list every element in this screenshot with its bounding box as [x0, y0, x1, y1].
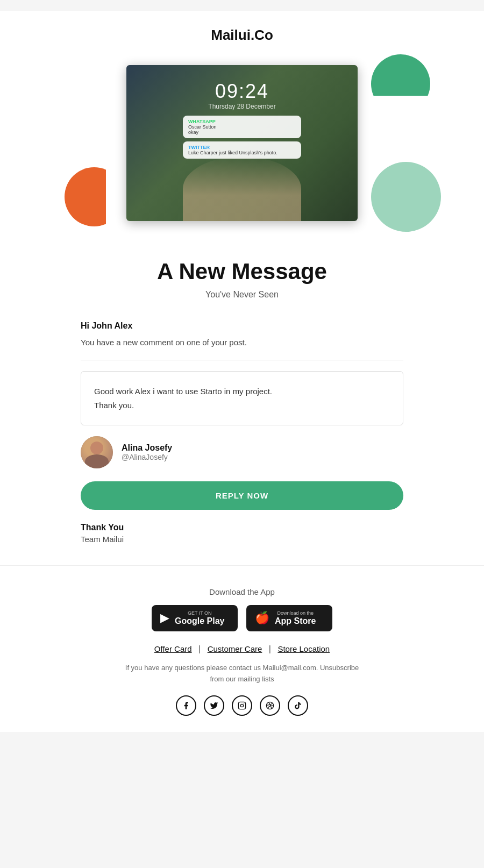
phone-date: Thursday 28 December — [208, 103, 275, 110]
app-badges: ▶ GET IT ON Google Play 🍎 Download on th… — [54, 605, 430, 631]
facebook-icon[interactable] — [176, 695, 196, 716]
author-row: Alina Josefy @AlinaJosefy — [81, 436, 403, 468]
google-play-icon: ▶ — [160, 611, 169, 625]
team-name: Team Mailui — [81, 535, 403, 544]
separator1: | — [198, 644, 203, 653]
author-handle: @AlinaJosefy — [122, 453, 172, 461]
twitter-icon[interactable] — [204, 695, 224, 716]
svg-point-1 — [240, 705, 243, 707]
comment-line2: Thank you. — [94, 399, 390, 412]
hero-section: 09:24 Thursday 28 December WHATSAPP Osca… — [0, 49, 484, 237]
phone-screen: 09:24 Thursday 28 December WHATSAPP Osca… — [126, 65, 358, 221]
orange-circle — [65, 167, 124, 226]
author-avatar — [81, 436, 113, 468]
app-store-text: Download on the App Store — [275, 610, 316, 626]
whatsapp-notification: WHATSAPP Oscar Sutton okay — [183, 116, 301, 138]
app-store-line2: App Store — [275, 616, 316, 626]
phone-hand — [183, 156, 301, 221]
svg-point-2 — [244, 703, 244, 704]
divider — [81, 360, 403, 360]
google-play-badge[interactable]: ▶ GET IT ON Google Play — [152, 605, 238, 631]
sign-off: Thank You — [81, 523, 403, 532]
comment-line1: Good work Alex i want to use Starto in m… — [94, 385, 390, 399]
apple-icon: 🍎 — [255, 611, 269, 625]
notif-app-whatsapp: WHATSAPP — [188, 119, 296, 124]
google-play-line2: Google Play — [175, 616, 224, 626]
author-info: Alina Josefy @AlinaJosefy — [122, 443, 172, 461]
separator2: | — [269, 644, 274, 653]
header: Mailui.Co — [0, 11, 484, 49]
email-headline: A New Message — [81, 259, 403, 284]
app-store-line1: Download on the — [275, 610, 316, 616]
store-location-link[interactable]: Store Location — [277, 644, 330, 653]
app-store-badge[interactable]: 🍎 Download on the App Store — [246, 605, 332, 631]
customer-care-link[interactable]: Customer Care — [208, 644, 262, 653]
google-play-text: GET IT ON Google Play — [175, 610, 224, 626]
greeting-text: Hi John Alex — [81, 321, 403, 331]
notif-msg-whatsapp: okay — [188, 130, 296, 135]
notif-app-twitter: TWITTER — [188, 145, 296, 150]
offer-card-link[interactable]: Offer Card — [154, 644, 192, 653]
notif-msg-twitter: Luke Charper just liked Unsplash's photo… — [188, 150, 296, 155]
svg-rect-0 — [238, 702, 245, 709]
footer: Download the App ▶ GET IT ON Google Play… — [0, 565, 484, 732]
instagram-icon[interactable] — [232, 695, 252, 716]
email-subheadline: You've Never Seen — [81, 290, 403, 300]
content-section: A New Message You've Never Seen Hi John … — [0, 237, 484, 554]
tiktok-icon[interactable] — [288, 695, 308, 716]
footer-links: Offer Card | Customer Care | Store Locat… — [54, 644, 430, 654]
author-name: Alina Josefy — [122, 443, 172, 453]
green-circle-top — [371, 54, 430, 113]
social-icons — [54, 695, 430, 716]
logo: Mailui.Co — [0, 27, 484, 44]
phone-time: 09:24 — [215, 80, 269, 103]
phone-mockup: 09:24 Thursday 28 December WHATSAPP Osca… — [126, 65, 358, 221]
notif-sender-whatsapp: Oscar Sutton — [188, 124, 296, 130]
avatar-face — [81, 436, 113, 468]
green-circle-bottom — [371, 162, 441, 232]
reply-button[interactable]: REPLY NOW — [81, 481, 403, 510]
download-label: Download the App — [54, 587, 430, 596]
footer-contact: If you have any questions please contact… — [54, 663, 430, 685]
google-play-line1: GET IT ON — [175, 610, 224, 616]
comment-box: Good work Alex i want to use Starto in m… — [81, 371, 403, 425]
body-text: You have a new comment on one of your po… — [81, 336, 403, 349]
dribbble-icon[interactable] — [260, 695, 280, 716]
